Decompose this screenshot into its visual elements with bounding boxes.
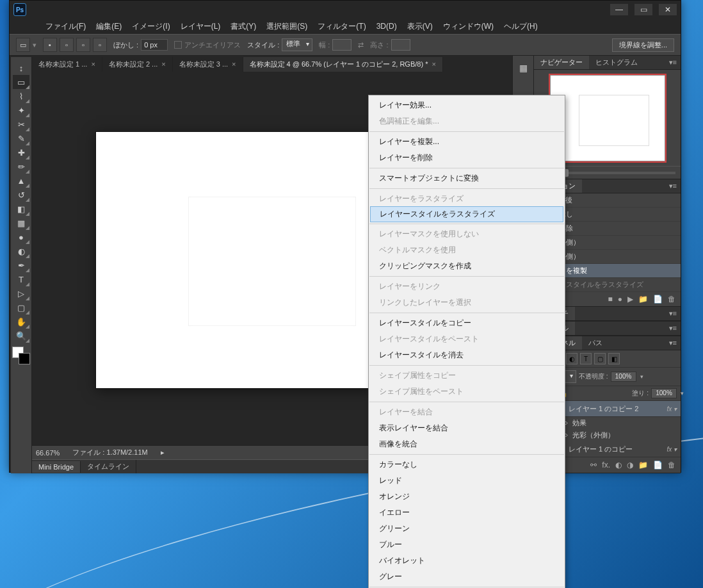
- ctx-flatten-image[interactable]: 画像を統合: [369, 436, 565, 452]
- dodge-tool-icon[interactable]: ◐: [13, 244, 29, 258]
- close-icon[interactable]: ×: [161, 60, 165, 68]
- filter-shape-icon[interactable]: ▢: [594, 353, 606, 364]
- brush-tool-icon[interactable]: ✏: [13, 159, 29, 174]
- gradient-tool-icon[interactable]: ▦: [13, 216, 29, 230]
- menu-window[interactable]: ウィンドウ(W): [439, 20, 497, 33]
- marquee-tool-icon[interactable]: ▭: [13, 75, 29, 89]
- tab-paths[interactable]: パス: [582, 336, 609, 350]
- ctx-color-none[interactable]: カラーなし: [369, 457, 565, 473]
- zoom-tool-icon[interactable]: 🔍: [13, 329, 29, 343]
- dock-presets-icon[interactable]: ▦: [516, 61, 530, 75]
- panel-menu-icon[interactable]: ▾≡: [665, 324, 681, 332]
- panel-menu-icon[interactable]: ▾≡: [665, 309, 681, 318]
- zoom-level[interactable]: 66.67%: [36, 449, 60, 457]
- hand-tool-icon[interactable]: ✋: [13, 314, 29, 329]
- refine-edge-button[interactable]: 境界線を調整...: [612, 38, 674, 52]
- type-tool-icon[interactable]: T: [13, 272, 29, 286]
- new-folder-icon[interactable]: 📁: [638, 295, 648, 304]
- tab-mini-bridge[interactable]: Mini Bridge: [32, 461, 81, 473]
- ctx-clear-layer-style[interactable]: レイヤースタイルを消去: [369, 347, 565, 363]
- ctx-layer-effects[interactable]: レイヤー効果...: [369, 97, 565, 113]
- trash-icon[interactable]: 🗑: [668, 461, 675, 470]
- doc-tab-3[interactable]: 名称未設定 3 ...×: [173, 57, 243, 72]
- record-icon[interactable]: ●: [618, 295, 622, 304]
- blur-tool-icon[interactable]: ●: [13, 230, 29, 244]
- stop-icon[interactable]: ■: [608, 295, 613, 304]
- menu-3d[interactable]: 3D(D): [373, 20, 401, 32]
- close-icon[interactable]: ×: [91, 60, 95, 68]
- selmode-intersect-icon[interactable]: ▫: [93, 38, 107, 52]
- crop-tool-icon[interactable]: ✂: [13, 117, 29, 131]
- eraser-tool-icon[interactable]: ◧: [13, 202, 29, 216]
- selmode-new-icon[interactable]: ▪: [43, 38, 57, 52]
- adjustment-icon[interactable]: ◑: [627, 461, 633, 470]
- selmode-subtract-icon[interactable]: ▫: [76, 38, 90, 52]
- filter-smart-icon[interactable]: ◧: [608, 353, 620, 364]
- maximize-button[interactable]: ▭: [634, 4, 652, 15]
- menu-help[interactable]: ヘルプ(H): [500, 20, 542, 33]
- ctx-duplicate-layer[interactable]: レイヤーを複製...: [369, 134, 565, 150]
- menu-type[interactable]: 書式(Y): [227, 20, 260, 33]
- ctx-copy-layer-style[interactable]: レイヤースタイルをコピー: [369, 315, 565, 331]
- color-swatch-tool[interactable]: [12, 347, 30, 364]
- trash-icon[interactable]: 🗑: [668, 295, 675, 304]
- menu-edit[interactable]: 編集(E): [92, 20, 125, 33]
- heal-tool-icon[interactable]: ✚: [13, 145, 29, 159]
- ctx-color-blue[interactable]: ブルー: [369, 537, 565, 553]
- close-button[interactable]: ✕: [659, 4, 677, 15]
- menu-filter[interactable]: フィルター(T): [314, 20, 369, 33]
- tab-navigator[interactable]: ナビゲーター: [534, 56, 589, 69]
- new-action-icon[interactable]: 📄: [653, 295, 663, 304]
- ctx-rasterize-layer-style[interactable]: レイヤースタイルをラスタライズ: [370, 206, 563, 222]
- close-icon[interactable]: ×: [432, 60, 435, 68]
- wand-tool-icon[interactable]: ✦: [13, 103, 29, 117]
- ctx-color-red[interactable]: レッド: [369, 473, 565, 489]
- layer-name[interactable]: レイヤー 1 のコピー: [569, 445, 663, 454]
- path-select-tool-icon[interactable]: ▷: [13, 286, 29, 300]
- ctx-color-green[interactable]: グリーン: [369, 521, 565, 537]
- status-menu-icon[interactable]: ▸: [161, 448, 165, 457]
- menu-select[interactable]: 選択範囲(S): [263, 20, 311, 33]
- lasso-tool-icon[interactable]: ⌇: [13, 89, 29, 103]
- history-brush-tool-icon[interactable]: ↺: [13, 188, 29, 202]
- move-tool-icon[interactable]: ↕: [13, 61, 29, 75]
- opacity-value[interactable]: 100%: [611, 372, 636, 382]
- menu-view[interactable]: 表示(V): [403, 20, 437, 33]
- menu-layer[interactable]: レイヤー(L): [177, 20, 225, 33]
- link-layers-icon[interactable]: ⚯: [590, 461, 597, 470]
- ctx-color-gray[interactable]: グレー: [369, 569, 565, 585]
- marquee-preset-icon[interactable]: ▭: [16, 38, 30, 52]
- panel-menu-icon[interactable]: ▾≡: [665, 182, 681, 190]
- ctx-convert-smart-object[interactable]: スマートオブジェクトに変換: [369, 170, 565, 186]
- fill-value[interactable]: 100%: [651, 388, 677, 398]
- layer-name[interactable]: レイヤー 1 のコピー 2: [569, 404, 663, 414]
- ctx-color-yellow[interactable]: イエロー: [369, 505, 565, 521]
- layer-mask-icon[interactable]: ◐: [615, 461, 622, 470]
- ctx-delete-layer[interactable]: レイヤーを削除: [369, 150, 565, 166]
- ctx-color-violet[interactable]: バイオレット: [369, 553, 565, 569]
- tab-histogram[interactable]: ヒストグラム: [589, 56, 644, 69]
- feather-input[interactable]: [141, 39, 168, 51]
- menu-file[interactable]: ファイル(F): [42, 20, 90, 33]
- filter-adjust-icon[interactable]: ◐: [566, 353, 578, 364]
- shape-tool-icon[interactable]: ▢: [13, 300, 29, 314]
- close-icon[interactable]: ×: [232, 60, 236, 68]
- fx-badge[interactable]: fx ▾: [667, 446, 677, 453]
- new-layer-icon[interactable]: 📄: [653, 461, 663, 470]
- doc-tab-2[interactable]: 名称未設定 2 ...×: [102, 57, 173, 72]
- navigator-preview[interactable]: [550, 75, 665, 161]
- layer-style-icon[interactable]: fx.: [602, 461, 610, 470]
- ctx-color-orange[interactable]: オレンジ: [369, 489, 565, 505]
- style-select[interactable]: 標準: [282, 38, 312, 51]
- stamp-tool-icon[interactable]: ▲: [13, 174, 29, 188]
- new-group-icon[interactable]: 📁: [638, 461, 648, 470]
- filter-type-icon[interactable]: T: [580, 353, 592, 364]
- eyedropper-tool-icon[interactable]: ✎: [13, 131, 29, 145]
- selmode-add-icon[interactable]: ▫: [60, 38, 74, 52]
- doc-tab-4[interactable]: 名称未設定 4 @ 66.7% (レイヤー 1 のコピー 2, RGB/8) *…: [243, 57, 443, 72]
- panel-menu-icon[interactable]: ▾≡: [665, 339, 681, 347]
- play-icon[interactable]: ▶: [627, 295, 633, 304]
- tab-timeline[interactable]: タイムライン: [81, 460, 136, 473]
- minimize-button[interactable]: —: [610, 4, 628, 15]
- menu-image[interactable]: イメージ(I): [128, 20, 174, 33]
